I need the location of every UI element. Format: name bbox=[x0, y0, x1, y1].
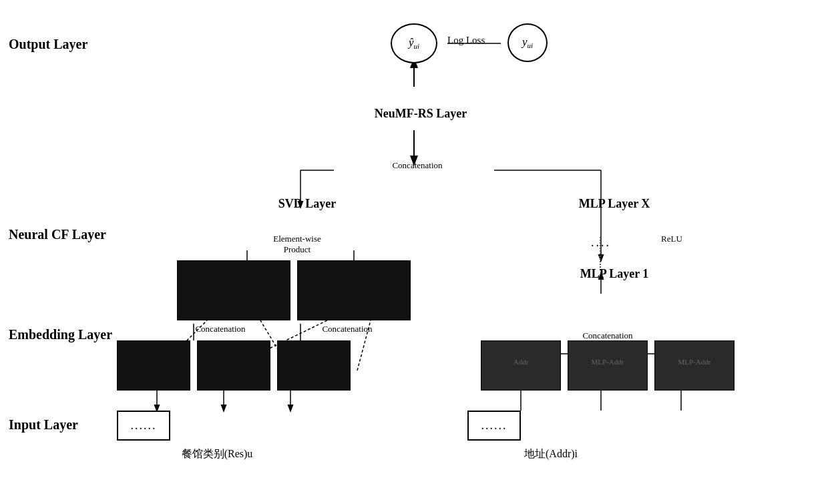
output-layer-label: Output Layer bbox=[9, 37, 87, 52]
element-wise-label: Element-wise Product bbox=[247, 234, 347, 255]
svd-layer-label: SVD Layer bbox=[247, 197, 367, 211]
concat-svd-right: Concatenation bbox=[290, 324, 404, 334]
emb-block-6: MLP-Addr bbox=[654, 340, 735, 391]
emb-block-4: Addr bbox=[481, 340, 561, 391]
emb-block-2 bbox=[197, 340, 270, 391]
mlp-1-layer-label: MLP Layer 1 bbox=[554, 267, 674, 281]
concatenation-label-top: Concatenation bbox=[367, 160, 467, 171]
log-loss-label: Log Loss bbox=[447, 35, 485, 46]
address-label: 地址(Addr)i bbox=[467, 447, 634, 461]
concat-svd-left: Concatenation bbox=[164, 324, 277, 334]
neural-cf-layer-label: Neural CF Layer bbox=[9, 227, 106, 242]
input-layer-label: Input Layer bbox=[9, 417, 78, 433]
y-hat-node: ŷui bbox=[391, 23, 437, 63]
emb-block-5: MLP-Addr bbox=[568, 340, 648, 391]
svd-left-block bbox=[177, 260, 290, 320]
mlp-dots: ···· bbox=[591, 239, 611, 253]
diagram: Output Layer Neural CF Layer Embedding L… bbox=[0, 0, 828, 504]
svd-right-block bbox=[297, 260, 411, 320]
relu-label: ReLU bbox=[661, 234, 682, 244]
emb-block-3 bbox=[277, 340, 351, 391]
restaurant-label: 餐馆类别(Res)u bbox=[134, 447, 300, 461]
mlp-x-layer-label: MLP Layer X bbox=[554, 197, 674, 211]
emb-block-1 bbox=[117, 340, 190, 391]
neumf-layer-label: NeuMF-RS Layer bbox=[354, 107, 487, 121]
y-node: yui bbox=[507, 23, 548, 62]
concatenation-mlp: Concatenation bbox=[548, 330, 668, 341]
embedding-layer-label: Embedding Layer bbox=[9, 327, 112, 342]
